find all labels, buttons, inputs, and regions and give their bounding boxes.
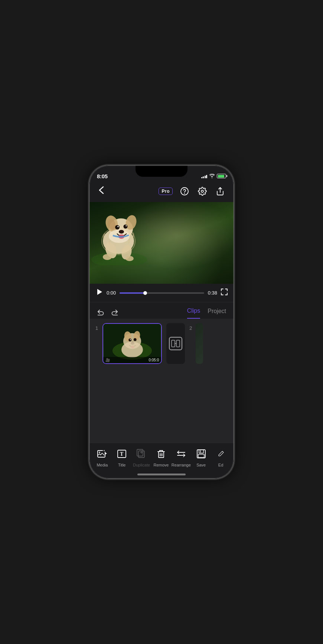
transition-icon [169,337,182,350]
share-button[interactable] [214,185,226,197]
svg-point-13 [124,225,128,229]
svg-point-33 [121,342,143,357]
svg-rect-55 [198,454,204,458]
clip-2-partial [196,323,203,364]
svg-rect-54 [199,450,203,453]
rearrange-icon [174,447,188,461]
clip-1-info: 🎥 0:05:0 [103,357,161,363]
svg-point-16 [119,230,124,234]
clip-1[interactable]: 🎥 0:05:0 [102,323,162,364]
media-label: Media [97,463,108,467]
rearrange-label: Rearrange [172,463,191,467]
playback-controls: 0:00 0:38 [89,284,234,302]
duplicate-icon [134,447,149,461]
duplicate-label: Duplicate [133,463,150,467]
help-button[interactable] [179,185,190,197]
title-label: Title [118,463,125,467]
toolbar-duplicate[interactable]: Duplicate [132,447,151,467]
toolbar-title[interactable]: T Title [112,447,131,467]
progress-fill [120,292,145,294]
toolbar-save[interactable]: Save [192,447,211,467]
clip-camera-icon: 🎥 [105,358,110,362]
play-button[interactable] [95,288,103,297]
svg-point-38 [99,452,100,453]
edit-icon [214,447,228,461]
svg-text:T: T [120,451,124,457]
tab-project[interactable]: Project [208,308,226,318]
time-current: 0:00 [107,290,116,296]
progress-bar[interactable] [120,292,204,294]
home-indicator [137,474,186,475]
redo-button[interactable] [110,308,118,318]
svg-rect-35 [176,340,180,347]
svg-point-2 [201,190,203,192]
clip-2-number: 2 [189,325,192,331]
time-total: 0:38 [208,290,217,296]
undo-redo-controls [97,308,118,318]
toolbar-media[interactable]: + Media [93,447,111,467]
clip-1-duration: 0:05:0 [149,358,159,362]
svg-point-15 [125,225,127,227]
remove-label: Remove [154,463,169,467]
svg-point-1 [185,193,185,193]
fullscreen-button[interactable] [221,289,228,297]
pro-badge[interactable]: Pro [159,188,173,195]
edit-label: Ed [218,463,223,467]
tab-clips[interactable]: Clips [187,308,200,319]
timeline-area[interactable]: 1 [89,319,234,443]
svg-point-29 [134,338,137,341]
tabs-section: Clips Project [89,302,234,319]
battery-fill [218,175,224,178]
bottom-toolbar: + Media T Title [89,443,234,478]
svg-point-30 [130,339,131,340]
battery-icon [217,174,226,178]
back-button[interactable] [97,184,106,198]
svg-marker-22 [97,289,102,295]
toolbar-rearrange[interactable]: Rearrange [172,447,191,467]
status-icons [201,174,226,178]
toolbar-edit[interactable]: Ed [212,447,230,467]
toolbar-items: + Media T Title [89,447,234,467]
svg-point-14 [117,226,119,227]
media-icon: + [95,447,109,461]
phone-frame: 8:05 [89,165,234,479]
status-time: 8:05 [97,173,108,179]
remove-icon [154,447,168,461]
svg-point-21 [125,256,134,261]
notch [136,166,187,177]
svg-point-4 [91,252,147,265]
svg-rect-44 [137,449,143,456]
app-content: 8:05 [89,166,234,478]
nav-right: Pro [159,185,226,197]
wifi-icon [209,174,215,178]
toolbar-remove[interactable]: Remove [152,447,170,467]
svg-rect-34 [172,340,175,347]
timeline-track: 1 [95,323,203,438]
signal-bars-icon [201,174,208,178]
clip-1-number: 1 [95,325,98,331]
save-label: Save [196,463,206,467]
dog-figure [89,202,149,265]
svg-point-12 [115,225,120,230]
settings-button[interactable] [196,185,208,197]
svg-point-0 [181,188,188,195]
progress-handle[interactable] [143,291,147,295]
undo-button[interactable] [97,308,105,318]
save-icon [194,447,208,461]
video-preview [89,202,234,284]
transition-item[interactable] [166,323,185,364]
svg-point-20 [103,254,112,260]
title-icon: T [115,447,129,461]
svg-text:+: + [104,449,105,452]
